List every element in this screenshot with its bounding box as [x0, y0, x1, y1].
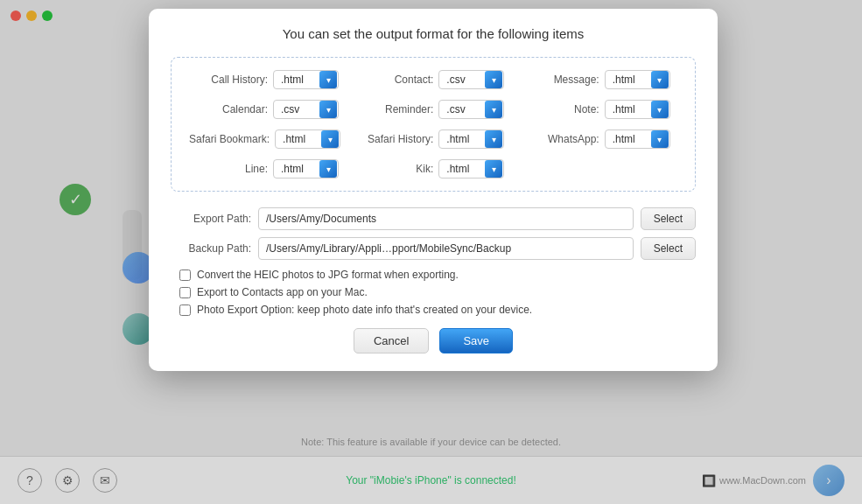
cancel-button[interactable]: Cancel	[354, 328, 429, 354]
path-section: Export Path: Select Backup Path: Select	[171, 207, 696, 260]
format-select-message[interactable]: .html.csv.pdf	[605, 70, 670, 89]
backup-path-label: Backup Path:	[171, 242, 258, 255]
format-label: Line:	[189, 163, 268, 175]
format-select-safarihistory[interactable]: .html.csv.pdf	[438, 130, 504, 149]
backup-select-button[interactable]: Select	[641, 237, 696, 260]
dialog-title: You can set the output format for the fo…	[171, 26, 696, 41]
format-select-whatsapp[interactable]: .html.csv.pdf	[605, 130, 670, 149]
format-select-wrapper: .html.csv.pdf▾	[605, 70, 670, 89]
format-row: Safari History:.html.csv.pdf▾	[354, 130, 511, 149]
save-button[interactable]: Save	[439, 328, 513, 354]
format-label: WhatsApp:	[521, 133, 599, 145]
checkbox-section: Convert the HEIC photos to JPG format wh…	[171, 269, 696, 316]
action-buttons: Cancel Save	[171, 328, 696, 354]
format-select-wrapper: .html.csv.pdf▾	[275, 130, 340, 149]
format-select-wrapper: .html.csv.pdf▾	[605, 130, 670, 149]
format-select-note[interactable]: .html.csv.pdf	[605, 100, 670, 119]
format-label: Kik:	[354, 163, 433, 175]
export-settings-dialog: You can set the output format for the fo…	[149, 9, 718, 371]
export-path-input[interactable]	[258, 207, 634, 230]
export-path-label: Export Path:	[171, 213, 258, 225]
format-label: Safari History:	[354, 133, 433, 145]
backup-path-row: Backup Path: Select	[171, 237, 696, 260]
checkbox-row: Photo Export Option: keep photo date inf…	[179, 304, 696, 316]
format-row: Kik:.html.csv.pdf▾	[354, 159, 511, 178]
checkbox-row: Export to Contacts app on your Mac.	[179, 286, 696, 298]
format-select-wrapper: .html.csv.pdf▾	[273, 159, 339, 178]
checkbox-label: Export to Contacts app on your Mac.	[197, 286, 368, 298]
format-select-calendar[interactable]: .html.csv.pdf	[273, 100, 339, 119]
format-select-wrapper: .html.csv.pdf▾	[438, 159, 504, 178]
format-row: Calendar:.html.csv.pdf▾	[189, 100, 346, 119]
format-grid: Call History:.html.csv.pdf▾Contact:.html…	[189, 70, 677, 178]
export-select-button[interactable]: Select	[641, 207, 696, 230]
format-select-wrapper: .html.csv.pdf▾	[605, 100, 670, 119]
format-select-wrapper: .html.csv.pdf▾	[438, 70, 504, 89]
checkbox-2[interactable]	[179, 304, 191, 316]
format-select-wrapper: .html.csv.pdf▾	[273, 100, 339, 119]
format-label: Message:	[521, 74, 599, 86]
format-selection-box: Call History:.html.csv.pdf▾Contact:.html…	[171, 57, 696, 192]
format-row: WhatsApp:.html.csv.pdf▾	[521, 130, 677, 149]
format-label: Note:	[521, 103, 599, 116]
format-select-contact[interactable]: .html.csv.pdf	[438, 70, 504, 89]
format-row: Call History:.html.csv.pdf▾	[189, 70, 346, 89]
format-select-line[interactable]: .html.csv.pdf	[273, 159, 339, 178]
checkbox-0[interactable]	[179, 270, 191, 281]
format-row: Line:.html.csv.pdf▾	[189, 159, 346, 178]
format-row: Safari Bookmark:.html.csv.pdf▾	[189, 130, 346, 149]
format-select-callhistory[interactable]: .html.csv.pdf	[273, 70, 339, 89]
format-select-wrapper: .html.csv.pdf▾	[438, 130, 504, 149]
format-row: Contact:.html.csv.pdf▾	[354, 70, 511, 89]
format-label: Safari Bookmark:	[189, 133, 270, 145]
format-row: Reminder:.html.csv.pdf▾	[354, 100, 511, 119]
format-label: Calendar:	[189, 103, 268, 116]
format-select-safaribookmark[interactable]: .html.csv.pdf	[275, 130, 340, 149]
export-path-row: Export Path: Select	[171, 207, 696, 230]
format-label: Contact:	[354, 74, 433, 86]
format-row: Message:.html.csv.pdf▾	[521, 70, 677, 89]
backup-path-input[interactable]	[258, 237, 634, 260]
format-select-wrapper: .html.csv.pdf▾	[438, 100, 504, 119]
format-select-kik[interactable]: .html.csv.pdf	[438, 159, 504, 178]
checkbox-label: Convert the HEIC photos to JPG format wh…	[197, 269, 459, 281]
format-row: Note:.html.csv.pdf▾	[521, 100, 677, 119]
format-label: Call History:	[189, 74, 268, 86]
checkbox-label: Photo Export Option: keep photo date inf…	[197, 304, 532, 316]
checkbox-1[interactable]	[179, 287, 191, 298]
format-select-wrapper: .html.csv.pdf▾	[273, 70, 339, 89]
checkbox-row: Convert the HEIC photos to JPG format wh…	[179, 269, 696, 281]
format-select-reminder[interactable]: .html.csv.pdf	[438, 100, 504, 119]
format-label: Reminder:	[354, 103, 433, 116]
